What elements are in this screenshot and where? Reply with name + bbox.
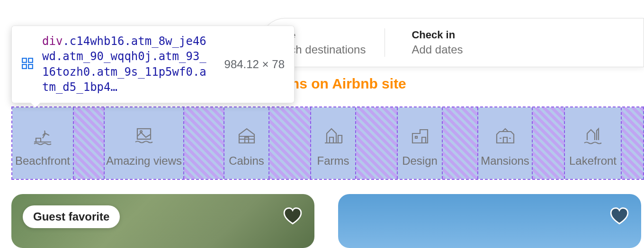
- flex-icon: [21, 57, 34, 71]
- category-nav[interactable]: BeachfrontAmazing viewsCabinsFarmsDesign…: [11, 106, 644, 180]
- category-label: Lakefront: [569, 154, 617, 168]
- search-checkin[interactable]: Check in Add dates: [385, 20, 482, 65]
- favorite-button[interactable]: [282, 205, 303, 226]
- category-label: Design: [402, 154, 438, 168]
- svg-rect-3: [28, 64, 33, 69]
- category-label: Farms: [317, 154, 349, 168]
- listing-card[interactable]: Guest favorite: [11, 194, 314, 248]
- lakefront-icon: [581, 124, 604, 147]
- cabins-icon: [235, 124, 258, 147]
- devtools-tooltip: div.c14whb16.atm_8w_je46wd.atm_90_wqqh0j…: [11, 26, 295, 103]
- flex-gap: [269, 107, 311, 179]
- category-item-lakefront[interactable]: Lakefront: [565, 107, 622, 179]
- listings-row: Guest favorite: [11, 194, 644, 248]
- flex-gap: [533, 107, 565, 179]
- mansions-icon: [494, 124, 517, 147]
- flex-gap: [622, 107, 644, 179]
- category-item-design[interactable]: Design: [398, 107, 443, 179]
- flex-gap: [184, 107, 224, 179]
- tooltip-selector: div.c14whb16.atm_8w_je46wd.atm_90_wqqh0j…: [42, 34, 211, 95]
- category-label: Amazing views: [106, 154, 182, 168]
- category-item-cabins[interactable]: Cabins: [224, 107, 269, 179]
- tooltip-dimensions: 984.12 × 78: [224, 58, 285, 71]
- category-label: Cabins: [229, 154, 264, 168]
- svg-rect-2: [22, 64, 27, 69]
- svg-rect-1: [28, 58, 33, 62]
- checkin-sub: Add dates: [411, 43, 463, 56]
- category-item-mansions[interactable]: Mansions: [478, 107, 533, 179]
- flex-gap: [356, 107, 398, 179]
- beachfront-icon: [31, 124, 54, 147]
- category-item-amazing-views[interactable]: Amazing views: [105, 107, 184, 179]
- checkin-label: Check in: [411, 29, 463, 41]
- category-item-beachfront[interactable]: Beachfront: [12, 107, 74, 179]
- svg-point-5: [140, 131, 142, 133]
- category-label: Mansions: [481, 154, 529, 168]
- category-item-farms[interactable]: Farms: [311, 107, 356, 179]
- farms-icon: [322, 124, 345, 147]
- category-label: Beachfront: [15, 154, 70, 168]
- views-icon: [133, 124, 155, 147]
- search-bar[interactable]: ere arch destinations Check in Add dates: [260, 18, 644, 67]
- favorite-button[interactable]: [609, 205, 630, 226]
- flex-gap: [443, 107, 478, 179]
- svg-rect-0: [22, 58, 27, 62]
- flex-gap: [74, 107, 105, 179]
- guest-favorite-badge: Guest favorite: [23, 205, 120, 228]
- listing-card[interactable]: [338, 194, 641, 248]
- design-icon: [409, 124, 431, 147]
